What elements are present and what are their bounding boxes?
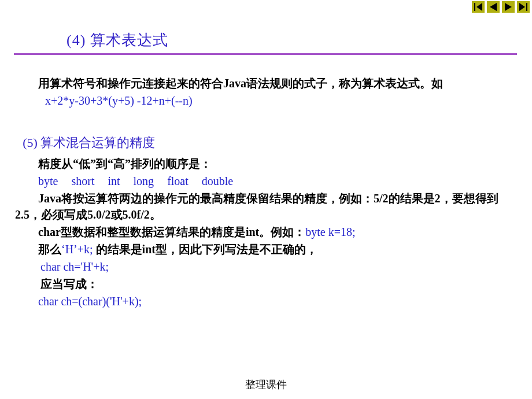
last-icon	[517, 1, 530, 13]
heading-underline	[14, 53, 517, 55]
nav-prev-button[interactable]	[487, 1, 500, 13]
type-short: short	[71, 175, 94, 187]
slide-content: 用算术符号和操作元连接起来的符合Java语法规则的式子，称为算术表达式。如 x+…	[15, 75, 518, 311]
paragraph-1: 用算术符号和操作元连接起来的符合Java语法规则的式子，称为算术表达式。如	[15, 75, 518, 91]
type-byte: byte	[38, 175, 58, 187]
paragraph-2: Java将按运算符两边的操作元的最高精度保留结果的精度，例如：5/2的结果是2，…	[15, 190, 518, 223]
nav-controls	[472, 1, 530, 13]
para4-c: 的结果是int型，因此下列写法是不正确的，	[93, 243, 317, 256]
para4-a: 那么	[38, 243, 61, 256]
para3-text: char型数据和整型数据运算结果的精度是int。例如：	[38, 226, 305, 238]
section-heading-4: (4) 算术表达式	[66, 30, 168, 51]
paragraph-3: char型数据和整型数据运算结果的精度是int。例如：byte k=18;	[15, 224, 518, 240]
paragraph-4: 那么‘H’+k; 的结果是int型，因此下列写法是不正确的，	[15, 241, 518, 257]
precision-intro: 精度从“低”到“高”排列的顺序是：	[15, 156, 518, 172]
code-hplusk: ‘H’+k;	[61, 243, 93, 256]
type-float: float	[167, 175, 189, 187]
first-icon	[472, 1, 485, 13]
type-int: int	[108, 175, 120, 187]
nav-last-button[interactable]	[517, 1, 530, 13]
section-heading-5: (5) 算术混合运算的精度	[15, 134, 518, 152]
type-long: long	[134, 175, 154, 187]
precision-types: byte short int long float double	[15, 173, 518, 189]
type-double: double	[202, 175, 233, 187]
should-write: 应当写成：	[15, 276, 518, 292]
next-icon	[502, 1, 515, 13]
svg-rect-9	[526, 3, 527, 11]
code-bytek: byte k=18;	[305, 226, 355, 238]
nav-first-button[interactable]	[472, 1, 485, 13]
prev-icon	[487, 1, 500, 13]
svg-rect-1	[474, 3, 475, 11]
nav-next-button[interactable]	[502, 1, 515, 13]
code-correct: char ch=(char)('H'+k);	[38, 295, 142, 308]
expression-1: x+2*y-30+3*(y+5) -12+n+(--n)	[45, 94, 193, 107]
code-wrong: char ch='H'+k;	[40, 260, 109, 273]
footer-text: 整理课件	[0, 378, 532, 392]
